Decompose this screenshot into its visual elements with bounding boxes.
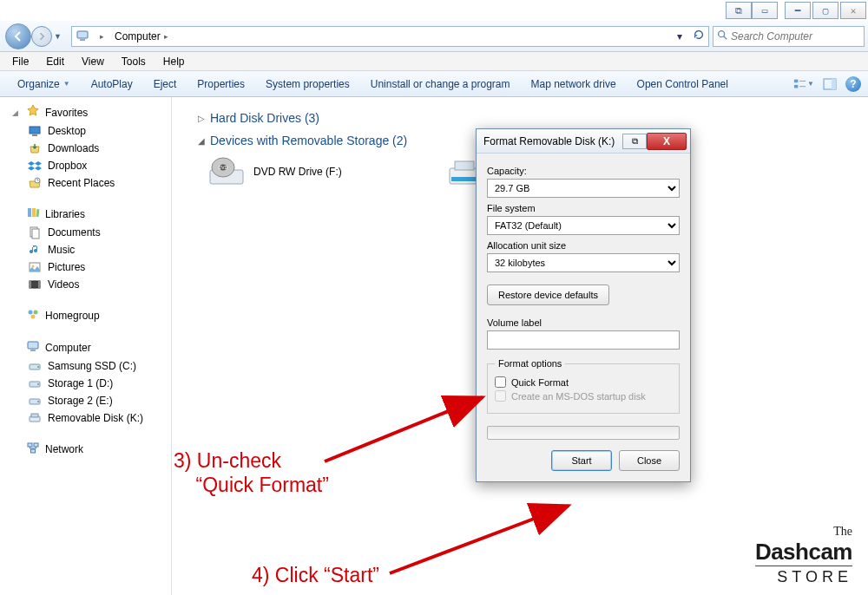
sidebar-item-recent-places[interactable]: Recent Places <box>0 174 171 192</box>
svg-rect-22 <box>38 281 40 288</box>
capacity-select[interactable]: 29.7 GB <box>487 179 680 198</box>
eject-button[interactable]: Eject <box>143 75 187 94</box>
nav-history-dropdown[interactable]: ▼ <box>54 32 66 41</box>
svg-point-29 <box>37 366 39 368</box>
window-prev-icon[interactable]: ⧉ <box>726 2 752 19</box>
refresh-icon[interactable] <box>689 29 708 43</box>
organize-button[interactable]: Organize▼ <box>7 75 81 94</box>
sidebar-item-drive-c[interactable]: Samsung SSD (C:) <box>0 357 171 375</box>
search-input[interactable] <box>731 30 864 42</box>
sidebar-item-drive-e[interactable]: Storage 2 (E:) <box>0 392 171 409</box>
navigation-bar: ▼ ▸ Computer ▸ ▾ <box>0 21 868 52</box>
menu-help[interactable]: Help <box>156 54 192 69</box>
addressbar-dropdown[interactable]: ▾ <box>670 30 689 42</box>
back-button[interactable] <box>5 23 31 49</box>
dropbox-icon <box>28 159 42 173</box>
autoplay-button[interactable]: AutoPlay <box>81 75 143 94</box>
minimize-icon[interactable]: ━ <box>785 2 811 19</box>
svg-rect-36 <box>28 443 32 447</box>
window-multi-icon[interactable]: ▭ <box>752 2 778 19</box>
watermark-logo: The Dashcam STORE <box>755 525 852 586</box>
allocation-label: Allocation unit size <box>487 240 680 251</box>
sidebar-item-desktop[interactable]: Desktop <box>0 122 171 140</box>
svg-rect-43 <box>450 168 479 184</box>
videos-icon <box>28 278 42 291</box>
maximize-icon[interactable]: ▢ <box>812 2 838 19</box>
msdos-checkbox: Create an MS-DOS startup disk <box>495 390 672 402</box>
svg-rect-1 <box>80 39 85 41</box>
format-options-legend: Format options <box>495 358 565 369</box>
view-options-icon[interactable]: ▼ <box>793 75 814 94</box>
sidebar-item-drive-k[interactable]: Removable Disk (K:) <box>0 409 171 427</box>
svg-rect-27 <box>30 350 36 351</box>
dialog-close-icon[interactable]: X <box>647 133 687 150</box>
dialog-titlebar[interactable]: Format Removable Disk (K:) ⧉ X <box>477 129 690 154</box>
quick-format-checkbox[interactable]: Quick Format <box>495 376 672 388</box>
menu-view[interactable]: View <box>75 54 111 69</box>
address-bar[interactable]: ▸ Computer ▸ ▾ <box>71 26 709 47</box>
svg-point-25 <box>31 315 36 319</box>
uninstall-button[interactable]: Uninstall or change a program <box>360 75 521 94</box>
drive-dvd[interactable]: DVD DVD RW Drive (F:) <box>208 156 417 187</box>
restore-defaults-button[interactable]: Restore device defaults <box>487 284 609 305</box>
sidebar-homegroup[interactable]: ▸ Homegroup <box>0 305 171 325</box>
svg-rect-44 <box>455 161 474 170</box>
desktop-icon <box>28 124 42 138</box>
help-icon[interactable]: ? <box>845 76 861 92</box>
svg-rect-26 <box>28 342 38 349</box>
menu-file[interactable]: File <box>5 54 36 69</box>
sidebar-item-music[interactable]: Music <box>0 241 171 258</box>
menu-bar: File Edit View Tools Help <box>0 52 868 71</box>
search-box[interactable] <box>713 26 865 47</box>
chevron-down-icon: ◢ <box>198 136 205 146</box>
sidebar-item-documents[interactable]: Documents <box>0 224 171 241</box>
menu-edit[interactable]: Edit <box>39 54 71 69</box>
filesystem-select[interactable]: FAT32 (Default) <box>487 216 680 235</box>
capacity-label: Capacity: <box>487 166 680 176</box>
homegroup-icon <box>26 307 40 324</box>
sidebar-item-pictures[interactable]: Pictures <box>0 258 171 276</box>
quick-format-input[interactable] <box>495 376 506 388</box>
sidebar-item-downloads[interactable]: Downloads <box>0 140 171 157</box>
start-button[interactable]: Start <box>551 450 612 471</box>
sidebar-favorites[interactable]: ◢ Favorites <box>0 102 171 122</box>
dvd-drive-icon: DVD <box>208 156 245 187</box>
properties-button[interactable]: Properties <box>187 75 255 94</box>
svg-rect-4 <box>794 79 798 82</box>
forward-button[interactable] <box>31 26 52 47</box>
downloads-icon <box>28 141 42 155</box>
sidebar-item-videos[interactable]: Videos <box>0 276 171 293</box>
volume-label-input[interactable] <box>487 330 680 350</box>
allocation-select[interactable]: 32 kilobytes <box>487 253 680 272</box>
sidebar-item-drive-d[interactable]: Storage 1 (D:) <box>0 375 171 392</box>
svg-rect-17 <box>32 229 39 239</box>
sidebar-libraries[interactable]: ▸ Libraries <box>0 204 171 224</box>
libraries-icon <box>26 206 40 222</box>
open-control-panel-button[interactable]: Open Control Panel <box>627 75 739 94</box>
sidebar-computer[interactable]: ▸ Computer <box>0 337 171 357</box>
documents-icon <box>28 226 42 239</box>
sidebar-network[interactable]: ▸ Network <box>0 439 171 459</box>
close-window-icon[interactable]: ✕ <box>840 2 866 19</box>
menu-tools[interactable]: Tools <box>115 54 153 69</box>
dialog-help-icon[interactable]: ⧉ <box>622 134 647 149</box>
sidebar-label: Libraries <box>45 208 85 220</box>
map-network-button[interactable]: Map network drive <box>521 75 627 94</box>
system-properties-button[interactable]: System properties <box>255 75 360 94</box>
star-icon <box>26 104 40 121</box>
sidebar-item-dropbox[interactable]: Dropbox <box>0 157 171 174</box>
svg-point-24 <box>34 311 38 315</box>
svg-point-23 <box>29 311 33 315</box>
command-toolbar: Organize▼ AutoPlay Eject Properties Syst… <box>0 71 868 97</box>
format-progress-bar <box>487 426 680 440</box>
breadcrumb-computer[interactable]: Computer ▸ <box>109 30 174 42</box>
svg-rect-5 <box>794 84 798 88</box>
breadcrumb[interactable]: ▸ <box>95 32 109 41</box>
preview-pane-icon[interactable] <box>819 75 840 94</box>
close-button[interactable]: Close <box>619 450 680 471</box>
svg-rect-21 <box>30 281 31 288</box>
pictures-icon <box>28 260 42 274</box>
category-hard-drives[interactable]: ▷ Hard Disk Drives (3) <box>198 111 858 125</box>
svg-point-33 <box>37 401 39 402</box>
svg-rect-45 <box>451 177 476 181</box>
